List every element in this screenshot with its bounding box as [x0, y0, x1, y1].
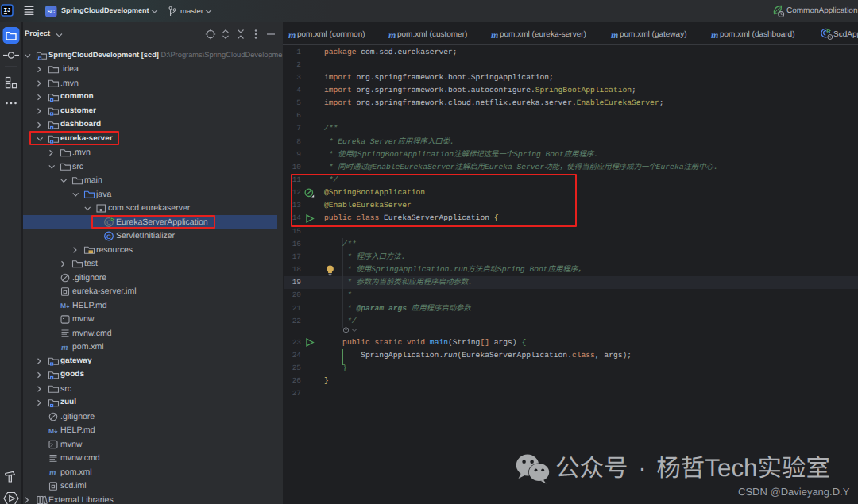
svg-text:m: m: [49, 468, 56, 478]
svg-text:M: M: [48, 427, 54, 435]
svg-text:M: M: [60, 302, 66, 310]
svg-text:m: m: [61, 343, 68, 352]
svg-text:C: C: [106, 233, 111, 240]
